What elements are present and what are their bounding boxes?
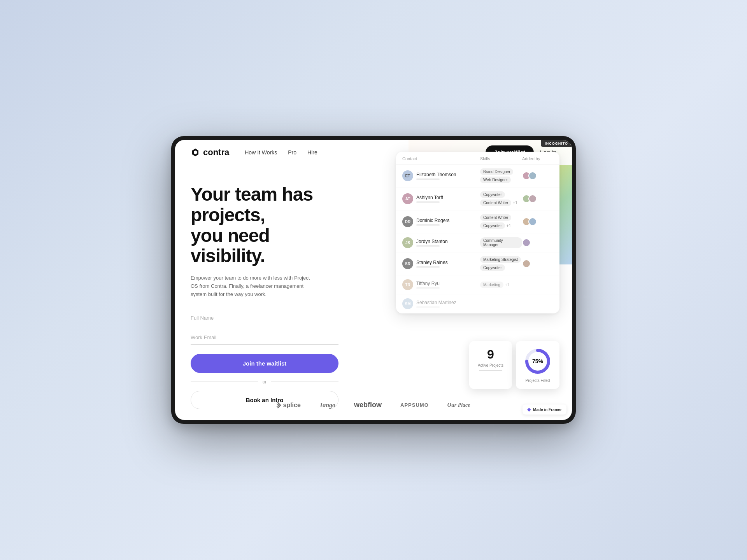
skill-tag: Copywriter [480,191,505,198]
skills-cell: Brand Designer Web Designer [480,168,522,183]
avatar: TR [402,279,413,290]
skill-plus: +1 [505,283,509,287]
col-skills: Skills [480,156,522,161]
added-by-cell [522,194,553,203]
brand-splice: splice [277,402,300,409]
contact-info: SR Stanley Raines [402,258,480,269]
brand-ourplace: Our Place [447,402,470,408]
splice-icon [277,402,281,408]
contact-bar [416,224,440,226]
skill-tag: Marketing Strategist [480,256,521,263]
nav-pro[interactable]: Pro [288,149,296,156]
hero-headline-line1: Your team has projects, [191,184,313,225]
contact-rows: ET Elizabeth Thomson Brand Designer Web … [396,164,559,313]
contact-bar [416,178,440,180]
added-by-cell [522,217,553,226]
contact-bar [416,287,440,289]
contra-logo-icon [191,148,200,157]
brand-webflow: webflow [354,401,382,409]
av [528,194,537,203]
avatar-stack [522,217,537,226]
or-label: or [263,379,267,385]
framer-badge-label: Made in Framer [533,408,562,412]
skill-tag: Copywriter [480,222,505,229]
projects-filled-card: 75% Projects Filled [516,341,559,389]
contact-info: ET Elizabeth Thomson [402,170,480,181]
skill-tag: Copywriter [480,264,505,271]
avatar-stack [522,194,537,203]
col-added-by: Added by [522,156,553,161]
hero-subtitle: Empower your team to do more with less w… [191,274,315,298]
brand-appsumo: APPSUMO [400,402,429,408]
logo[interactable]: contra [191,147,229,158]
contact-row: TR Tiffany Ryu Marketing +1 [396,275,559,294]
skills-cell: Content Writer Copywriter +1 [480,214,522,229]
incognito-badge: INCOGNITO [541,140,572,147]
stats-overlay: 9 Active Projects 75% Projects Filled [469,341,559,389]
avatar: JS [402,237,413,248]
dashboard-card: Contact Skills Added by ET Elizabeth Tho… [396,152,559,313]
contact-bar [416,245,440,247]
full-name-field-group [191,311,338,325]
av [528,172,537,180]
framer-icon: ◆ [527,407,531,412]
contact-bar [416,201,440,203]
contact-row: SM Sebastian Martinez [396,294,559,313]
contact-name: Sebastian Martinez [416,300,456,305]
contact-name: Tiffany Ryu [416,281,440,286]
nav-hire[interactable]: Hire [307,149,317,156]
logo-text: contra [203,147,229,158]
tablet-frame: INCOGNITO contra How It Works Pro Hire J… [171,136,576,424]
donut-wrap: 75% [524,347,552,375]
full-name-input[interactable] [191,311,338,325]
avatar-stack [522,172,537,180]
hero-headline: Your team has projects, you need visibil… [191,184,338,266]
contact-name: Ashlynn Torff [416,195,443,200]
avatar-stack [522,259,531,268]
contact-row: AT Ashlynn Torff Copywriter Content Writ… [396,187,559,210]
contact-name: Jordyn Stanton [416,239,448,244]
skills-cell: Marketing Strategist Copywriter [480,256,522,271]
contact-row: ET Elizabeth Thomson Brand Designer Web … [396,164,559,187]
brand-tango: Tango [319,402,335,409]
projects-filled-label: Projects Filled [524,378,552,383]
skill-tag: Brand Designer [480,168,513,175]
contact-bar [416,266,440,268]
contact-bar [416,306,440,308]
skills-cell: Community Manager [480,237,522,248]
contact-row: DR Dominic Rogers Content Writer Copywri… [396,210,559,233]
contact-name: Elizabeth Thomson [416,172,456,177]
contact-name: Dominic Rogers [416,218,449,223]
framer-badge[interactable]: ◆ Made in Framer [523,404,566,415]
col-contact: Contact [402,156,480,161]
skill-tag: Content Writer [480,214,511,221]
avatar: DR [402,216,413,227]
skills-cell: Copywriter Content Writer +1 [480,191,522,206]
active-projects-card: 9 Active Projects [469,341,512,389]
nav-how-it-works[interactable]: How It Works [245,149,277,156]
avatar: ET [402,170,413,181]
contact-row: JS Jordyn Stanton Community Manager [396,233,559,252]
contact-info: TR Tiffany Ryu [402,279,480,290]
work-email-field-group [191,331,338,345]
added-by-cell [522,259,553,268]
stat-bar [479,370,502,371]
avatar: SM [402,298,413,309]
or-divider: or [191,379,338,385]
skill-tag: Content Writer [480,200,511,206]
avatar: AT [402,193,413,204]
skills-cell: Marketing +1 [480,282,522,288]
brand-logos: splice Tango webflow APPSUMO Our Place [191,401,556,409]
added-by-cell [522,238,553,247]
work-email-input[interactable] [191,331,338,345]
join-waitlist-button[interactable]: Join the waitlist [191,354,338,373]
skill-tag: Web Designer [480,177,511,183]
donut-percent-label: 75% [532,358,543,364]
active-projects-label: Active Projects [477,363,504,368]
left-column: Your team has projects, you need visibil… [191,180,338,409]
contact-info: SM Sebastian Martinez [402,298,480,309]
tablet-screen: INCOGNITO contra How It Works Pro Hire J… [175,140,572,420]
contact-name: Stanley Raines [416,260,448,265]
skill-plus: +1 [507,224,511,228]
avatar-stack [522,238,531,247]
